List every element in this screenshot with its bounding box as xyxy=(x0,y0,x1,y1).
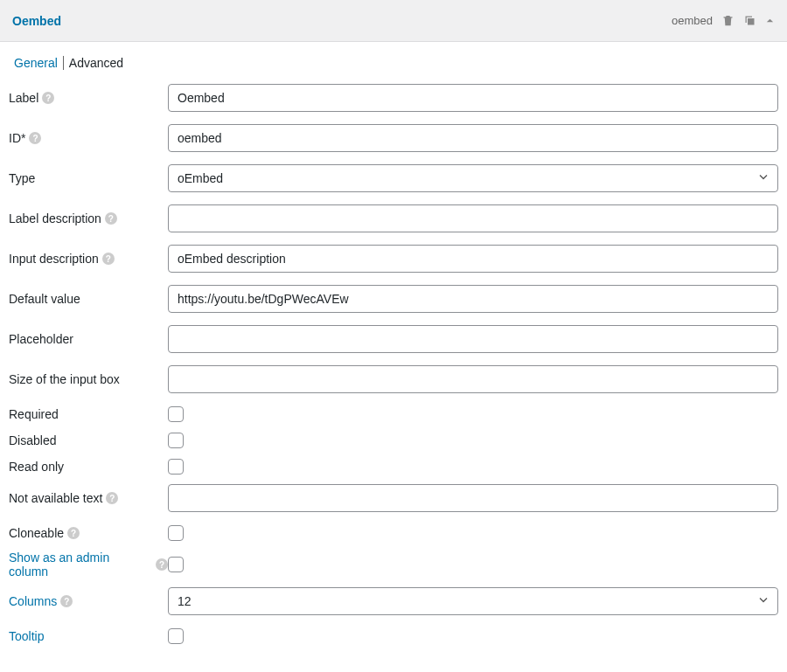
input-desc-label: Input description xyxy=(9,252,99,266)
tabs: General Advanced xyxy=(0,42,787,84)
row-readonly: Read only xyxy=(9,458,778,475)
label-desc-input[interactable] xyxy=(168,204,778,232)
panel-title: Oembed xyxy=(12,14,61,28)
label-desc-label: Label description xyxy=(9,211,101,225)
placeholder-label: Placeholder xyxy=(9,332,73,346)
help-icon[interactable]: ? xyxy=(156,558,168,571)
columns-select-value: 12 xyxy=(178,594,192,608)
readonly-label: Read only xyxy=(9,460,64,474)
type-select[interactable]: oEmbed xyxy=(168,164,778,192)
form-body: Label ? ID* ? Type oEmbed xyxy=(0,84,787,671)
placeholder-input[interactable] xyxy=(168,325,778,353)
help-icon[interactable]: ? xyxy=(29,132,41,144)
row-label-desc: Label description ? xyxy=(9,204,778,232)
help-icon[interactable]: ? xyxy=(42,92,54,104)
id-input[interactable] xyxy=(168,124,778,152)
tooltip-checkbox[interactable] xyxy=(168,628,184,644)
type-select-value: oEmbed xyxy=(178,171,223,185)
help-icon[interactable]: ? xyxy=(60,595,73,607)
size-input[interactable] xyxy=(168,365,778,393)
trash-icon[interactable] xyxy=(721,14,735,27)
size-label: Size of the input box xyxy=(9,372,120,386)
default-value-input[interactable] xyxy=(168,285,778,313)
row-admin-column: Show as an admin column ? xyxy=(9,551,778,578)
collapse-icon[interactable] xyxy=(765,16,775,25)
help-icon[interactable]: ? xyxy=(106,492,118,504)
default-value-label: Default value xyxy=(9,292,80,306)
chevron-down-icon xyxy=(756,593,770,610)
help-icon[interactable]: ? xyxy=(105,212,117,225)
id-label: ID* xyxy=(9,131,25,145)
row-disabled: Disabled xyxy=(9,432,778,449)
row-cloneable: Cloneable ? xyxy=(9,524,778,542)
duplicate-icon[interactable] xyxy=(743,14,756,27)
row-label: Label ? xyxy=(9,84,778,112)
required-checkbox[interactable] xyxy=(168,406,184,422)
panel-header: Oembed oembed xyxy=(0,0,787,42)
columns-select[interactable]: 12 xyxy=(168,587,778,615)
row-tooltip: Tooltip xyxy=(9,627,778,645)
type-label: Type xyxy=(9,171,35,185)
chevron-down-icon xyxy=(756,170,770,187)
row-default-value: Default value xyxy=(9,285,778,313)
admin-column-checkbox[interactable] xyxy=(168,557,184,572)
help-icon[interactable]: ? xyxy=(102,253,115,265)
type-indicator: oembed xyxy=(672,14,713,27)
row-id: ID* ? xyxy=(9,124,778,152)
tooltip-link[interactable]: Tooltip xyxy=(9,629,44,643)
help-icon[interactable]: ? xyxy=(67,527,80,539)
label-label: Label xyxy=(9,91,38,105)
admin-column-link[interactable]: Show as an admin column xyxy=(9,551,152,578)
row-input-desc: Input description ? xyxy=(9,245,778,273)
row-not-available: Not available text ? xyxy=(9,484,778,512)
not-available-input[interactable] xyxy=(168,484,778,512)
row-size: Size of the input box xyxy=(9,365,778,393)
not-available-label: Not available text xyxy=(9,491,102,505)
cloneable-label: Cloneable xyxy=(9,526,64,540)
disabled-checkbox[interactable] xyxy=(168,433,184,448)
row-placeholder: Placeholder xyxy=(9,325,778,353)
row-required: Required xyxy=(9,405,778,423)
cloneable-checkbox[interactable] xyxy=(168,525,184,541)
disabled-label: Disabled xyxy=(9,433,56,447)
label-input[interactable] xyxy=(168,84,778,112)
columns-link[interactable]: Columns xyxy=(9,594,57,608)
readonly-checkbox[interactable] xyxy=(168,459,184,475)
header-actions: oembed xyxy=(672,14,775,27)
required-label: Required xyxy=(9,407,59,421)
row-type: Type oEmbed xyxy=(9,164,778,192)
input-desc-input[interactable] xyxy=(168,245,778,273)
tab-general[interactable]: General xyxy=(9,56,63,70)
tab-advanced[interactable]: Advanced xyxy=(63,56,129,70)
row-columns: Columns ? 12 xyxy=(9,587,778,615)
